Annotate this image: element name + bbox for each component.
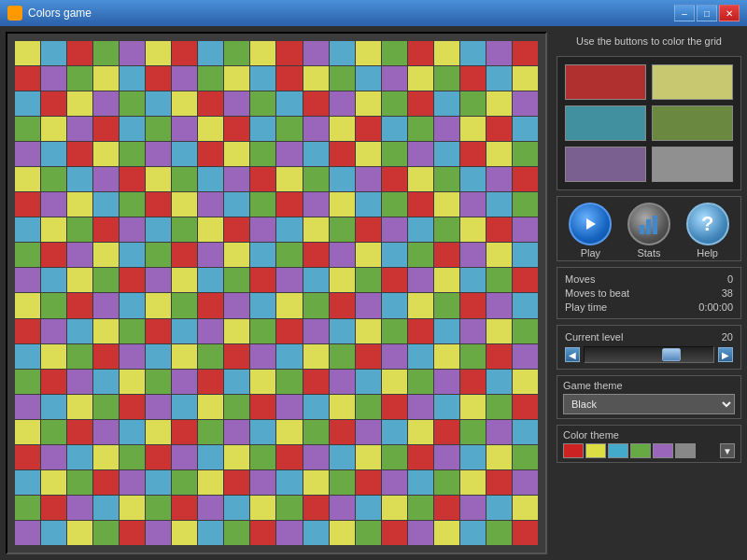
grid-cell [276, 319, 302, 343]
level-panel: Current level 20 ◀ ▶ [557, 325, 741, 370]
grid-cell [513, 293, 538, 317]
slider-thumb[interactable] [662, 348, 681, 361]
grid-cell [486, 66, 512, 91]
grid-cell [15, 268, 40, 292]
grid-cell [224, 344, 249, 369]
grid-cell [41, 66, 66, 91]
level-header: Current level 20 [565, 331, 733, 343]
grid-cell [382, 293, 407, 317]
grid-cell [276, 66, 302, 91]
color-theme-swatch-gray[interactable] [675, 443, 696, 458]
slider-left-arrow[interactable]: ◀ [565, 347, 580, 362]
slider-track[interactable] [584, 346, 714, 363]
grid-cell [434, 370, 459, 394]
swatch-purple[interactable] [565, 147, 646, 182]
grid-cell [41, 243, 66, 267]
grid-cell [382, 268, 407, 292]
grid-cell [486, 395, 512, 419]
grid-cell [460, 470, 486, 495]
color-theme-swatch-green[interactable] [630, 443, 651, 458]
color-theme-swatch-purple[interactable] [653, 443, 673, 458]
stats-button[interactable]: Stats [627, 203, 670, 259]
game-theme-dropdown[interactable]: Black [563, 394, 735, 414]
grid-cell [224, 293, 249, 317]
grid-cell [513, 192, 538, 217]
grid-cell [460, 268, 486, 292]
grid-cell [15, 91, 40, 116]
grid-cell [276, 117, 302, 141]
maximize-button[interactable]: □ [697, 5, 717, 21]
color-theme-dropdown-arrow[interactable]: ▼ [720, 443, 735, 458]
color-theme-swatch-yellow[interactable] [585, 443, 606, 458]
grid-cell [330, 370, 355, 394]
grid-cell [460, 496, 486, 520]
help-button[interactable]: ? Help [686, 203, 729, 259]
grid-cell [356, 496, 381, 520]
grid-cell [408, 445, 433, 469]
grid-cell [330, 192, 355, 217]
grid-cell [250, 319, 275, 343]
swatch-red[interactable] [565, 64, 646, 100]
minimize-button[interactable]: – [674, 5, 695, 21]
grid-cell [146, 268, 171, 292]
slider-right-arrow[interactable]: ▶ [718, 347, 733, 362]
grid-cell [250, 192, 275, 217]
grid-cell [460, 66, 486, 91]
grid-cell [303, 41, 329, 65]
grid-cell [408, 293, 433, 317]
grid-cell [330, 445, 355, 469]
color-theme-swatch-blue[interactable] [608, 443, 628, 458]
grid-cell [67, 344, 92, 369]
grid-cell [434, 470, 459, 495]
grid-cell [356, 243, 381, 267]
grid-cell [198, 521, 223, 545]
grid-cell [67, 217, 92, 242]
grid-cell [93, 41, 119, 65]
grid-cell [434, 142, 459, 166]
grid-cell [250, 344, 275, 369]
grid-cell [120, 192, 145, 217]
swatch-green[interactable] [652, 105, 733, 141]
grid-cell [408, 66, 433, 91]
grid-cell [15, 66, 40, 91]
grid-cell [408, 370, 433, 394]
grid-cell [250, 117, 275, 141]
grid-cell [146, 192, 171, 217]
grid-cell [172, 217, 197, 242]
moves-value: 0 [727, 273, 733, 285]
grid-cell [486, 41, 512, 65]
grid-cell [93, 117, 119, 141]
grid-cell [41, 420, 66, 444]
grid-cell [67, 370, 92, 394]
grid-cell [460, 243, 486, 267]
grid-cell [330, 243, 355, 267]
grid-cell [172, 293, 197, 317]
grid-cell [224, 217, 249, 242]
grid-cell [303, 217, 329, 242]
grid-cell [382, 370, 407, 394]
grid-cell [408, 395, 433, 419]
close-button[interactable]: ✕ [719, 5, 740, 21]
grid-cell [198, 41, 223, 65]
grid-cell [224, 41, 249, 65]
grid-cell [224, 243, 249, 267]
play-time-label: Play time [565, 301, 607, 313]
grid-cell [356, 167, 381, 191]
grid-cell [224, 66, 249, 91]
grid-cell [146, 420, 171, 444]
grid-cell [276, 420, 302, 444]
play-button[interactable]: Play [569, 203, 612, 259]
grid-cell [224, 167, 249, 191]
grid-cell [408, 217, 433, 242]
grid-cell [408, 91, 433, 116]
swatch-teal[interactable] [565, 105, 646, 141]
swatch-gray[interactable] [652, 147, 733, 182]
grid-cell [330, 167, 355, 191]
swatch-yellow-green[interactable] [652, 64, 733, 100]
grid-cell [486, 217, 512, 242]
grid-cell [93, 370, 119, 394]
grid-cell [460, 293, 486, 317]
grid-cell [198, 66, 223, 91]
grid-cell [224, 470, 249, 495]
color-theme-swatch-red[interactable] [563, 443, 584, 458]
